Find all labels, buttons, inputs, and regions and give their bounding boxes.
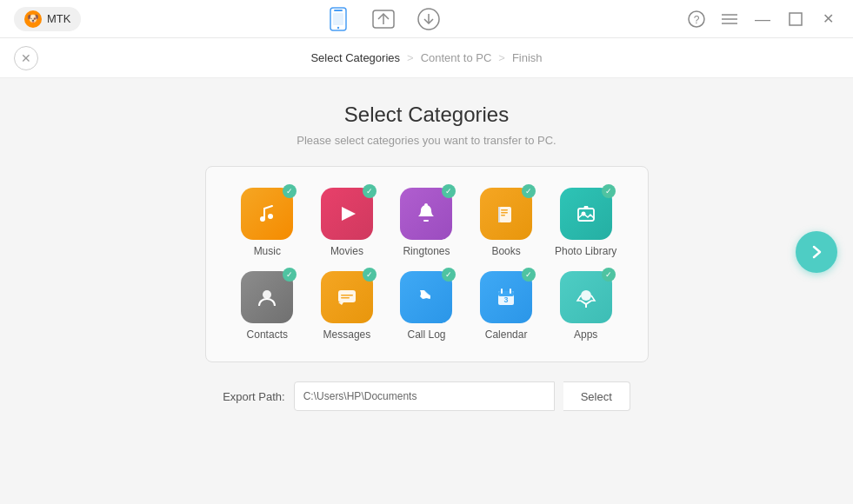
svg-rect-1: [334, 10, 343, 11]
svg-rect-21: [501, 212, 508, 214]
svg-rect-28: [341, 295, 353, 296]
next-arrow-icon: [808, 243, 825, 261]
photolibrary-check: ✓: [602, 184, 616, 198]
backup-icon: [371, 7, 396, 31]
close-button[interactable]: ✕: [818, 9, 839, 30]
device-badge: 🐶 MTK: [14, 7, 81, 31]
title-bar: 🐶 MTK: [0, 0, 853, 38]
category-photolibrary[interactable]: ✓ Photo Library: [551, 188, 621, 257]
category-ringtones-icon-wrap: ✓: [400, 188, 452, 240]
category-music[interactable]: ✓ Music: [232, 188, 302, 257]
books-check: ✓: [522, 184, 536, 198]
svg-rect-3: [333, 13, 343, 25]
select-path-button[interactable]: Select: [563, 381, 630, 411]
category-contacts[interactable]: ✓ Contacts: [232, 271, 302, 341]
ringtones-check: ✓: [442, 184, 456, 198]
svg-point-15: [268, 214, 273, 219]
category-calendar-icon-wrap: 3 ✓: [480, 271, 532, 323]
calendar-label: Calendar: [485, 328, 528, 341]
svg-rect-20: [501, 209, 508, 211]
category-calllog-icon-wrap: ✓: [400, 271, 452, 323]
svg-rect-13: [790, 13, 802, 25]
contacts-icon: [253, 283, 281, 311]
calendar-check: ✓: [522, 268, 536, 282]
messages-icon: [333, 283, 361, 311]
category-apps[interactable]: ✓ Apps: [551, 271, 621, 341]
apps-label: Apps: [574, 328, 597, 341]
download-icon: [417, 7, 441, 31]
calendar-icon: 3: [492, 283, 520, 311]
category-movies[interactable]: ✓ Movies: [312, 188, 382, 257]
svg-rect-29: [341, 297, 350, 299]
music-label: Music: [254, 245, 281, 257]
breadcrumb-bar: ✕ Select Categories > Content to PC > Fi…: [0, 38, 853, 78]
close-x-icon: ✕: [21, 51, 31, 65]
back-close-button[interactable]: ✕: [14, 46, 38, 70]
calllog-check: ✓: [442, 268, 456, 282]
svg-point-2: [337, 26, 339, 28]
download-nav-icon[interactable]: [415, 5, 443, 33]
category-apps-icon-wrap: ✓: [560, 271, 612, 323]
movies-icon: [333, 200, 361, 228]
category-music-icon-wrap: ✓: [241, 188, 293, 240]
main-content: Select Categories Please select categori…: [188, 78, 666, 428]
category-books[interactable]: ✓ Books: [471, 188, 541, 257]
category-calendar[interactable]: 3 ✓ Calendar: [471, 271, 541, 341]
photolibrary-icon: [572, 200, 600, 228]
phone-nav-icon[interactable]: [324, 5, 352, 33]
device-icon: 🐶: [24, 10, 42, 28]
calllog-icon: [412, 283, 440, 311]
svg-point-14: [260, 216, 265, 222]
export-path-row: Export Path: Select: [223, 381, 630, 411]
contacts-label: Contacts: [247, 328, 288, 341]
category-messages[interactable]: ✓ Messages: [312, 271, 382, 341]
books-label: Books: [491, 245, 520, 257]
apps-icon: [572, 283, 600, 311]
movies-label: Movies: [330, 245, 363, 257]
window-controls: ? — ✕: [686, 9, 839, 30]
page-subtitle: Please select categories you want to tra…: [297, 134, 556, 147]
main-area: Select Categories Please select categori…: [0, 78, 853, 428]
categories-box: ✓ Music ✓ Movies: [205, 166, 649, 362]
nav-icons: [324, 5, 443, 33]
svg-marker-16: [342, 207, 356, 221]
maximize-button[interactable]: [785, 9, 806, 30]
movies-check: ✓: [363, 184, 377, 198]
breadcrumb-sep2: >: [498, 51, 505, 64]
category-contacts-icon-wrap: ✓: [241, 271, 293, 323]
breadcrumb-step2: Content to PC: [421, 51, 492, 64]
messages-check: ✓: [363, 268, 377, 282]
minimize-button[interactable]: —: [752, 9, 773, 30]
svg-rect-17: [423, 220, 429, 222]
export-path-input[interactable]: [294, 381, 555, 411]
export-path-label: Export Path:: [223, 390, 285, 403]
ringtones-icon: [412, 200, 440, 228]
category-books-icon-wrap: ✓: [480, 188, 532, 240]
svg-rect-27: [338, 290, 356, 302]
title-bar-left: 🐶 MTK: [14, 7, 81, 31]
svg-point-18: [424, 203, 428, 207]
svg-rect-24: [578, 209, 594, 221]
page-title: Select Categories: [344, 103, 509, 127]
books-icon: [492, 200, 520, 228]
menu-button[interactable]: [719, 9, 740, 30]
music-check: ✓: [283, 184, 297, 198]
calllog-label: Call Log: [407, 328, 445, 341]
breadcrumb-step1: Select Categories: [310, 51, 400, 64]
help-button[interactable]: ?: [686, 9, 707, 30]
category-ringtones[interactable]: ✓ Ringtones: [391, 188, 461, 257]
svg-point-26: [263, 290, 271, 299]
apps-check: ✓: [602, 268, 616, 282]
category-calllog[interactable]: ✓ Call Log: [391, 271, 461, 341]
music-icon: [253, 200, 281, 228]
svg-text:3: 3: [504, 295, 509, 304]
device-name: MTK: [47, 12, 70, 25]
photolibrary-label: Photo Library: [555, 245, 616, 257]
backup-nav-icon[interactable]: [370, 5, 397, 33]
svg-text:?: ?: [694, 14, 700, 26]
contacts-check: ✓: [283, 268, 297, 282]
next-button[interactable]: [796, 231, 837, 273]
breadcrumb-sep1: >: [407, 51, 414, 64]
svg-rect-22: [501, 215, 505, 216]
svg-rect-19: [499, 207, 511, 222]
